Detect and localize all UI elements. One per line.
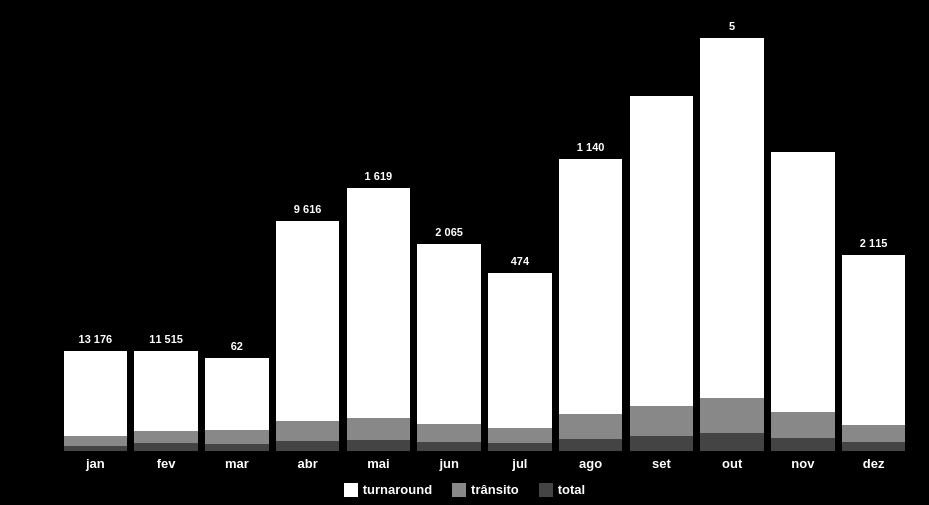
x-label-mai: mai — [343, 456, 414, 471]
bar-total-jan — [64, 446, 128, 451]
bar-turnaround-out — [700, 38, 764, 398]
x-labels: janfevmarabrmaijunjulagosetoutnovdez — [0, 451, 929, 476]
legend-box-turnaround — [344, 483, 358, 497]
bar-total-jul — [488, 443, 552, 451]
bar-turnaround-nov — [771, 152, 835, 412]
bar-total-fev — [134, 443, 198, 451]
bar-transito-jul — [488, 428, 552, 443]
bar-stack-nov — [768, 152, 839, 451]
bar-turnaround-abr — [276, 221, 340, 421]
x-label-set: set — [626, 456, 697, 471]
bar-total-mar — [205, 444, 269, 451]
bar-stack-ago: 1 140 — [555, 159, 626, 451]
bar-stack-jul: 474 — [485, 273, 556, 451]
month-group-mai: 1 619 — [343, 10, 414, 451]
bar-transito-mar — [205, 430, 269, 444]
bar-total-set — [630, 436, 694, 451]
bar-total-out — [700, 433, 764, 451]
bar-value-abr: 9 616 — [294, 203, 322, 215]
month-group-nov — [768, 10, 839, 451]
bar-turnaround-set — [630, 96, 694, 406]
bar-stack-jan: 13 176 — [60, 351, 131, 451]
bar-turnaround-dez — [842, 255, 906, 425]
bar-transito-abr — [276, 421, 340, 441]
bar-stack-mar: 62 — [202, 358, 273, 451]
bar-stack-jun: 2 065 — [414, 244, 485, 451]
x-label-jun: jun — [414, 456, 485, 471]
month-group-jul: 474 — [485, 10, 556, 451]
bar-transito-dez — [842, 425, 906, 442]
legend-item-transito: trânsito — [452, 482, 519, 497]
bar-total-ago — [559, 439, 623, 451]
x-label-nov: nov — [768, 456, 839, 471]
month-group-dez: 2 115 — [838, 10, 909, 451]
x-label-out: out — [697, 456, 768, 471]
month-group-jan: 13 176 — [60, 10, 131, 451]
month-group-jun: 2 065 — [414, 10, 485, 451]
month-group-set — [626, 10, 697, 451]
legend-label-transito: trânsito — [471, 482, 519, 497]
bar-transito-mai — [347, 418, 411, 440]
bar-stack-out: 5 — [697, 38, 768, 451]
bar-turnaround-mar — [205, 358, 269, 430]
legend-box-total — [539, 483, 553, 497]
bar-stack-fev: 11 515 — [131, 351, 202, 451]
bar-value-dez: 2 115 — [860, 237, 888, 249]
bar-value-out: 5 — [729, 20, 735, 32]
bar-total-jun — [417, 442, 481, 451]
bar-turnaround-jan — [64, 351, 128, 436]
bar-turnaround-jul — [488, 273, 552, 428]
bar-stack-dez: 2 115 — [838, 255, 909, 451]
bar-turnaround-mai — [347, 188, 411, 418]
bar-turnaround-ago — [559, 159, 623, 414]
bar-value-ago: 1 140 — [577, 141, 605, 153]
bar-total-dez — [842, 442, 906, 451]
bar-transito-out — [700, 398, 764, 433]
bar-transito-jun — [417, 424, 481, 442]
x-label-abr: abr — [272, 456, 343, 471]
x-label-jan: jan — [60, 456, 131, 471]
bar-turnaround-jun — [417, 244, 481, 424]
chart-container: 13 17611 515629 6161 6192 0654741 14052 … — [0, 0, 929, 505]
x-label-mar: mar — [202, 456, 273, 471]
bar-transito-ago — [559, 414, 623, 439]
bar-value-jan: 13 176 — [79, 333, 113, 345]
bar-stack-abr: 9 616 — [272, 221, 343, 451]
chart-legend: turnaroundtrânsitototal — [0, 476, 929, 505]
bar-total-mai — [347, 440, 411, 451]
legend-item-total: total — [539, 482, 585, 497]
month-group-out: 5 — [697, 10, 768, 451]
bar-transito-fev — [134, 431, 198, 443]
bar-value-fev: 11 515 — [149, 333, 183, 345]
legend-box-transito — [452, 483, 466, 497]
x-label-fev: fev — [131, 456, 202, 471]
month-group-abr: 9 616 — [272, 10, 343, 451]
month-group-fev: 11 515 — [131, 10, 202, 451]
bar-total-abr — [276, 441, 340, 451]
x-label-ago: ago — [555, 456, 626, 471]
legend-label-turnaround: turnaround — [363, 482, 432, 497]
bar-transito-set — [630, 406, 694, 436]
bar-transito-nov — [771, 412, 835, 438]
bar-value-jun: 2 065 — [435, 226, 463, 238]
bar-transito-jan — [64, 436, 128, 446]
bar-value-mai: 1 619 — [365, 170, 393, 182]
legend-label-total: total — [558, 482, 585, 497]
bars-wrapper: 13 17611 515629 6161 6192 0654741 14052 … — [60, 10, 909, 451]
x-label-jul: jul — [485, 456, 556, 471]
bar-stack-mai: 1 619 — [343, 188, 414, 451]
bar-turnaround-fev — [134, 351, 198, 431]
chart-area: 13 17611 515629 6161 6192 0654741 14052 … — [0, 0, 929, 451]
bar-value-mar: 62 — [231, 340, 243, 352]
x-label-dez: dez — [838, 456, 909, 471]
legend-item-turnaround: turnaround — [344, 482, 432, 497]
month-group-ago: 1 140 — [555, 10, 626, 451]
bar-stack-set — [626, 96, 697, 451]
month-group-mar: 62 — [202, 10, 273, 451]
bar-total-nov — [771, 438, 835, 451]
bar-value-jul: 474 — [511, 255, 529, 267]
